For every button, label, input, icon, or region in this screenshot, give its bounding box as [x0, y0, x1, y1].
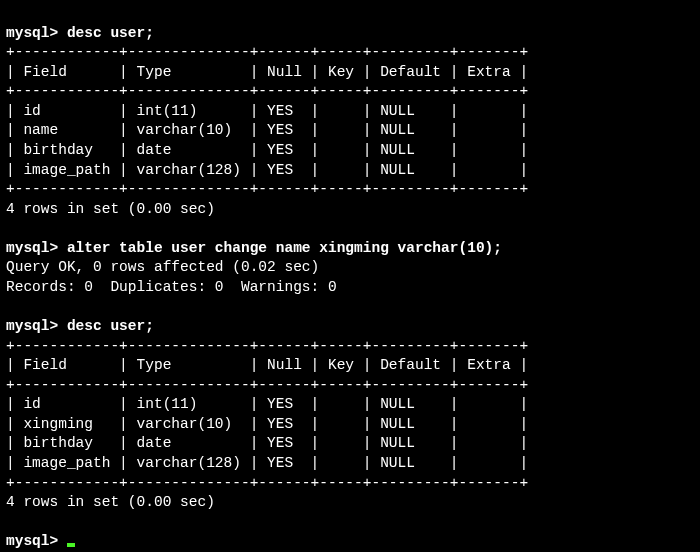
row-2-0: | id | int(11) | YES | | NULL | | — [6, 396, 528, 412]
row-2-3: | image_path | varchar(128) | YES | | NU… — [6, 455, 528, 471]
cursor — [67, 543, 75, 547]
prompt-4: mysql> — [6, 533, 67, 549]
row-1-1: | name | varchar(10) | YES | | NULL | | — [6, 122, 528, 138]
row-1-2: | birthday | date | YES | | NULL | | — [6, 142, 528, 158]
border-top-1: +------------+--------------+------+----… — [6, 44, 528, 60]
border-mid-1a: +------------+--------------+------+----… — [6, 83, 528, 99]
result-1: 4 rows in set (0.00 sec) — [6, 201, 215, 217]
terminal-output: mysql> desc user; +------------+--------… — [6, 25, 528, 511]
prompt-1: mysql> desc user; — [6, 25, 154, 41]
border-top-2: +------------+--------------+------+----… — [6, 338, 528, 354]
result-2: 4 rows in set (0.00 sec) — [6, 494, 215, 510]
query-ok: Query OK, 0 rows affected (0.02 sec) — [6, 259, 319, 275]
row-2-1: | xingming | varchar(10) | YES | | NULL … — [6, 416, 528, 432]
border-mid-2a: +------------+--------------+------+----… — [6, 377, 528, 393]
row-2-2: | birthday | date | YES | | NULL | | — [6, 435, 528, 451]
header-1: | Field | Type | Null | Key | Default | … — [6, 64, 528, 80]
border-bot-2: +------------+--------------+------+----… — [6, 475, 528, 491]
row-1-0: | id | int(11) | YES | | NULL | | — [6, 103, 528, 119]
prompt-3: mysql> desc user; — [6, 318, 154, 334]
prompt-2: mysql> alter table user change name xing… — [6, 240, 502, 256]
header-2: | Field | Type | Null | Key | Default | … — [6, 357, 528, 373]
records-line: Records: 0 Duplicates: 0 Warnings: 0 — [6, 279, 337, 295]
row-1-3: | image_path | varchar(128) | YES | | NU… — [6, 162, 528, 178]
input-line[interactable]: mysql> — [6, 533, 75, 549]
border-bot-1: +------------+--------------+------+----… — [6, 181, 528, 197]
